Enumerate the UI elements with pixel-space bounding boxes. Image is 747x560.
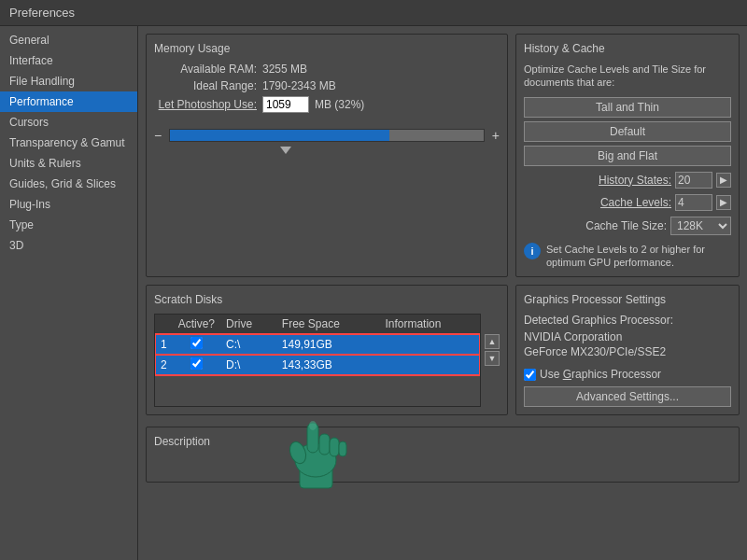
row-2-free-space: 143,33GB — [276, 355, 380, 375]
history-states-input[interactable] — [675, 172, 712, 189]
row-1-checkbox[interactable] — [190, 337, 203, 349]
sidebar-item-cursors[interactable]: Cursors — [0, 112, 137, 133]
use-gpu-checkbox[interactable] — [524, 369, 536, 381]
scratch-row-1[interactable]: 1 C:\ 149,91GB — [155, 334, 480, 356]
window-title: Preferences — [9, 6, 75, 20]
history-states-arrow[interactable]: ▶ — [716, 173, 731, 188]
cache-levels-label: Cache Levels: — [524, 196, 671, 209]
col-drive: Drive — [220, 315, 276, 334]
big-flat-button[interactable]: Big and Flat — [524, 146, 731, 166]
let-photoshop-label: Let Photoshop Use: — [154, 98, 257, 111]
scratch-row-2[interactable]: 2 D:\ 143,33GB — [155, 355, 480, 375]
col-information: Information — [379, 315, 480, 334]
info-icon: i — [524, 243, 541, 259]
use-gpu-label: Use Graphics Processor — [540, 368, 661, 381]
scratch-table-container: Active? Drive Free Space Information — [154, 314, 481, 407]
advanced-settings-button[interactable]: Advanced Settings... — [524, 386, 731, 407]
cache-tile-size-label: Cache Tile Size: — [524, 219, 667, 232]
row-num-1: 1 — [155, 334, 173, 356]
sidebar-item-plug-ins[interactable]: Plug-Ins — [0, 194, 137, 215]
cache-levels-input[interactable] — [675, 194, 712, 211]
sidebar-item-units-rulers[interactable]: Units & Rulers — [0, 153, 137, 174]
row-1-checkbox-cell — [173, 334, 220, 356]
scroll-down-btn[interactable]: ▼ — [485, 351, 500, 366]
scratch-disks-panel: Scratch Disks Active? Drive — [146, 285, 508, 415]
col-free-space: Free Space — [276, 315, 380, 334]
sidebar-item-guides-grid-slices[interactable]: Guides, Grid & Slices — [0, 174, 137, 194]
scratch-section-title: Scratch Disks — [154, 293, 500, 306]
available-ram-label: Available RAM: — [154, 63, 257, 76]
row-2-checkbox[interactable] — [190, 357, 203, 370]
ideal-range-value: 1790-2343 MB — [262, 79, 336, 92]
available-ram-value: 3255 MB — [262, 63, 307, 76]
description-title: Description — [154, 435, 731, 448]
graphics-processor-panel: Graphics Processor Settings Detected Gra… — [515, 285, 740, 415]
row-2-drive: D:\ — [220, 355, 276, 375]
history-section-title: History & Cache — [524, 42, 731, 55]
scroll-up-btn[interactable]: ▲ — [485, 334, 500, 349]
scratch-table: Active? Drive Free Space Information — [155, 315, 480, 375]
memory-slider-fill — [170, 130, 389, 141]
preferences-window: Preferences General Interface File Handl… — [0, 0, 747, 560]
memory-section-title: Memory Usage — [154, 42, 500, 55]
sidebar-item-transparency-gamut[interactable]: Transparency & Gamut — [0, 133, 137, 153]
history-cache-panel: History & Cache Optimize Cache Levels an… — [515, 34, 740, 277]
memory-usage-panel: Memory Usage Available RAM: 3255 MB Idea… — [146, 34, 508, 277]
title-bar: Preferences — [0, 0, 747, 26]
main-content: Memory Usage Available RAM: 3255 MB Idea… — [138, 26, 747, 490]
slider-plus-btn[interactable]: + — [492, 128, 500, 143]
memory-percent-label: MB (32%) — [315, 98, 364, 111]
col-active: Active? — [173, 315, 220, 334]
slider-triangle — [280, 147, 291, 154]
sidebar-item-type[interactable]: Type — [0, 215, 137, 235]
scroll-controls: ▲ ▼ — [485, 334, 500, 407]
row-1-free-space: 149,91GB — [276, 334, 380, 356]
row-1-info — [379, 334, 480, 356]
sidebar-item-3d[interactable]: 3D — [0, 235, 137, 256]
sidebar: General Interface File Handling Performa… — [0, 26, 138, 560]
tall-thin-button[interactable]: Tall and Thin — [524, 97, 731, 118]
gpu-model: GeForce MX230/PCIe/SSE2 — [524, 345, 731, 358]
cache-tile-select[interactable]: 128K 256K 512K 1024K — [670, 217, 731, 235]
info-text: Set Cache Levels to 2 or higher for opti… — [546, 243, 731, 270]
sidebar-item-file-handling[interactable]: File Handling — [0, 71, 137, 91]
let-photoshop-input[interactable] — [262, 96, 309, 113]
ideal-range-label: Ideal Range: — [154, 79, 257, 92]
description-panel: Description — [146, 427, 740, 483]
history-states-label: History States: — [524, 174, 671, 187]
row-2-info — [379, 355, 480, 375]
sidebar-item-interface[interactable]: Interface — [0, 50, 137, 71]
row-2-checkbox-cell — [173, 355, 220, 375]
gpu-name: NVIDIA Corporation — [524, 330, 731, 343]
history-description: Optimize Cache Levels and Tile Size for … — [524, 63, 731, 90]
graphics-section-title: Graphics Processor Settings — [524, 293, 731, 306]
row-num-2: 2 — [155, 355, 173, 375]
sidebar-item-performance[interactable]: Performance — [0, 91, 137, 112]
cache-levels-arrow[interactable]: ▶ — [716, 195, 731, 210]
default-button[interactable]: Default — [524, 121, 731, 142]
row-1-drive: C:\ — [220, 334, 276, 356]
sidebar-item-general[interactable]: General — [0, 30, 137, 50]
memory-slider-track[interactable] — [169, 129, 485, 142]
slider-minus-btn[interactable]: − — [154, 128, 162, 143]
detected-gpu-label: Detected Graphics Processor: — [524, 314, 731, 327]
